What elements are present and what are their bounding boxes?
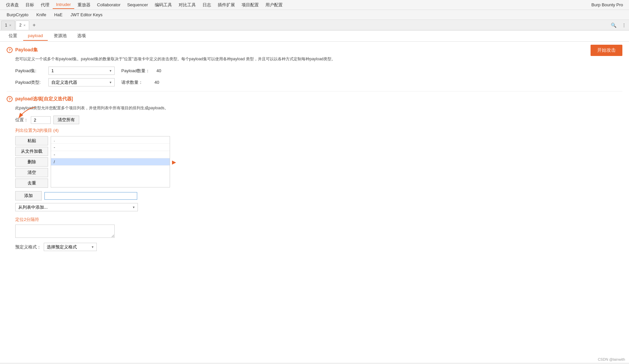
search-icon[interactable]: 🔍 <box>609 21 618 29</box>
add-row: 添加 <box>15 191 622 200</box>
tab-1[interactable]: 1 × <box>1 21 15 30</box>
load-from-file-button[interactable]: 从文件加载 <box>15 147 48 156</box>
request-count-label: 请求数量： <box>121 79 148 85</box>
tabs-row: 1 × 2 × + 🔍 ⋮ <box>0 20 629 30</box>
payload-set-title: Payload集 <box>15 47 38 53</box>
attack-button[interactable]: 开始攻击 <box>591 45 622 56</box>
tab-1-label: 1 <box>5 23 7 27</box>
nav-burp-bounty[interactable]: Burp Bounty Pro <box>588 1 626 9</box>
payload-count-label: Payload数量： <box>121 68 150 74</box>
nav-project-options[interactable]: 项目配置 <box>238 1 262 9</box>
paste-button[interactable]: 粘贴 <box>15 136 48 145</box>
position-section: 位置： 清空所有 <box>15 116 622 124</box>
nav-logger[interactable]: 日志 <box>199 1 214 9</box>
request-count-value: 40 <box>154 80 159 85</box>
nav-jwt-editor[interactable]: JWT Editor Keys <box>67 11 107 19</box>
from-list-row: 从列表中添加... <box>15 203 622 211</box>
tab-2-close[interactable]: × <box>24 23 26 27</box>
tab-add-button[interactable]: + <box>30 21 38 29</box>
add-button[interactable]: 添加 <box>15 191 42 200</box>
list-section-title: 列出位置为2的项目 (4) <box>15 128 622 133</box>
sub-tabs: 位置 payload 资源池 选项 <box>0 30 629 42</box>
separator-title: 定位2分隔符 <box>15 217 622 223</box>
list-item[interactable]: . <box>51 136 170 144</box>
nav-encoder[interactable]: 编码工具 <box>151 1 175 9</box>
sub-tab-position[interactable]: 位置 <box>4 31 22 41</box>
sub-tab-options[interactable]: 选项 <box>73 31 90 41</box>
list-item-selected[interactable]: / <box>51 158 170 166</box>
tab-2-label: 2 <box>19 23 22 27</box>
payload-options-title: payload选项[自定义迭代器] <box>15 96 73 102</box>
payload-options-section-header: ? payload选项[自定义迭代器] <box>7 96 622 102</box>
payload-type-select[interactable]: 自定义迭代器 <box>48 78 115 86</box>
top-nav: 仪表盘 目标 代理 Intruder 重放器 Collaborator Sequ… <box>0 0 629 10</box>
tab-2[interactable]: 2 × <box>16 21 29 30</box>
preset-label: 预定义格式： <box>15 244 41 250</box>
nav-sequencer[interactable]: Sequencer <box>124 1 151 9</box>
delete-button[interactable]: 删除 <box>15 157 48 167</box>
clear-button[interactable]: 清空 <box>15 168 48 177</box>
payload-set-row: Payload集: 1 2 Payload数量： 40 <box>15 67 622 75</box>
nav-knife[interactable]: Knife <box>32 11 50 19</box>
payload-type-row: Payload类型: 自定义迭代器 请求数量： 40 <box>15 78 622 86</box>
clear-all-button[interactable]: 清空所有 <box>53 116 79 124</box>
list-item[interactable]: - <box>51 144 170 151</box>
deduplicate-button[interactable]: 去重 <box>15 179 48 188</box>
separator-section: 定位2分隔符 <box>15 217 622 239</box>
nav-target[interactable]: 目标 <box>22 1 37 9</box>
separator-input[interactable] <box>15 225 115 238</box>
second-nav: BurpCrypto Knife HaE JWT Editor Keys <box>0 10 629 20</box>
tab-1-close[interactable]: × <box>9 23 11 27</box>
list-content-wrapper: . - - / ▶ <box>51 136 170 188</box>
nav-intruder[interactable]: Intruder <box>53 1 74 9</box>
main-content: ? Payload集 您可以定义一个或多个有payload集。payload集的… <box>0 42 629 363</box>
payload-set-description: 您可以定义一个或多个有payload集。payload集的数量取决于"位置"选项… <box>15 56 622 62</box>
footer-watermark: CSDN @lainwith <box>598 357 625 361</box>
nav-repeater[interactable]: 重放器 <box>74 1 94 9</box>
payload-type-label: Payload类型: <box>15 79 48 85</box>
payload-set-label: Payload集: <box>15 68 48 74</box>
list-action-buttons: 粘贴 从文件加载 删除 清空 去重 <box>15 136 48 188</box>
right-arrow-icon: ▶ <box>172 159 176 165</box>
payload-options-description: 此payload类型允许您配置多个项目列表，并使用列表中所有项目的排列生成pay… <box>15 105 622 111</box>
nav-hae[interactable]: HaE <box>50 11 66 19</box>
payload-count-value: 40 <box>156 68 161 73</box>
position-input[interactable] <box>31 116 51 124</box>
payload-options-help-icon[interactable]: ? <box>7 96 13 102</box>
menu-icon[interactable]: ⋮ <box>620 21 628 29</box>
preset-select[interactable]: 选择预定义格式 <box>44 243 97 251</box>
nav-burpcrypto[interactable]: BurpCrypto <box>3 11 32 19</box>
sub-tab-payload[interactable]: payload <box>23 31 48 41</box>
payload-set-section-header: ? Payload集 <box>7 47 622 53</box>
section-divider-1 <box>7 91 622 91</box>
position-label: 位置： <box>15 117 28 123</box>
nav-proxy[interactable]: 代理 <box>37 1 53 9</box>
payload-set-select[interactable]: 1 2 <box>48 67 115 75</box>
list-item[interactable]: - <box>51 151 170 158</box>
list-area: 粘贴 从文件加载 删除 清空 去重 . - - / ▶ <box>15 136 622 188</box>
nav-user-options[interactable]: 用户配置 <box>262 1 286 9</box>
add-input[interactable] <box>44 192 137 200</box>
preset-row: 预定义格式： 选择预定义格式 <box>15 243 622 251</box>
sub-tab-resource-pool[interactable]: 资源池 <box>49 31 71 41</box>
payload-set-help-icon[interactable]: ? <box>7 47 13 53</box>
list-content[interactable]: . - - / <box>51 136 170 187</box>
nav-dashboard[interactable]: 仪表盘 <box>3 1 22 9</box>
from-list-select[interactable]: 从列表中添加... <box>15 203 138 211</box>
nav-compare[interactable]: 对比工具 <box>175 1 199 9</box>
nav-extender[interactable]: 插件扩展 <box>214 1 238 9</box>
nav-collaborator[interactable]: Collaborator <box>94 1 124 9</box>
